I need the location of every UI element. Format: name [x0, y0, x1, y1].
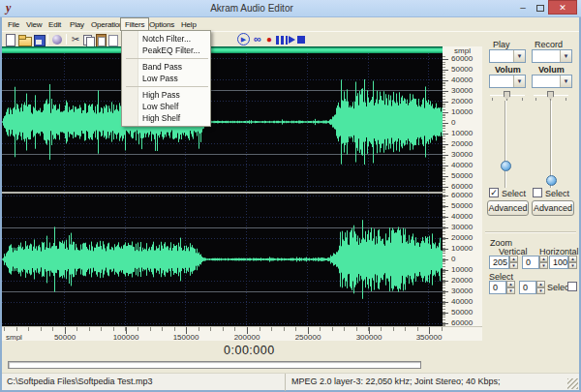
stop-icon[interactable]: [294, 33, 308, 46]
seek-bar[interactable]: [8, 361, 421, 369]
cut-icon[interactable]: ✂: [69, 33, 82, 46]
waveform-overview-bar[interactable]: [2, 46, 443, 53]
spinner-value[interactable]: 205: [489, 256, 509, 269]
spinner-value[interactable]: 0: [519, 281, 536, 294]
save-icon[interactable]: [32, 33, 46, 46]
filters-dropdown-menu: Notch Filter...PeakEQ Filter...Band Pass…: [121, 30, 211, 127]
record-volume-label: Volum: [538, 65, 565, 75]
ruler-tick: [443, 70, 448, 71]
open-folder-icon[interactable]: [17, 33, 31, 46]
select-end-spinner[interactable]: 0 ▲ ▼: [519, 281, 545, 294]
ruler-label: 50000: [451, 309, 473, 317]
play-volume-vslider[interactable]: [500, 101, 511, 188]
ruler-tick: [443, 227, 448, 228]
ruler-tick: [443, 123, 448, 124]
ruler-label: 50000: [451, 202, 473, 210]
ruler-label: 30000: [451, 224, 473, 231]
sphere-icon[interactable]: [50, 33, 64, 46]
spin-down-icon[interactable]: ▼: [568, 262, 577, 269]
play-volume-select[interactable]: ▼: [489, 75, 526, 88]
ruler-tick: [443, 313, 448, 314]
record-advanced-button[interactable]: Advanced: [532, 200, 574, 216]
record-device-select[interactable]: ▼: [532, 49, 572, 63]
spinner-value[interactable]: 0: [489, 281, 506, 294]
play-balance-slider[interactable]: [490, 90, 525, 101]
slider-thumb[interactable]: [546, 175, 557, 186]
slider-thumb[interactable]: [501, 161, 511, 171]
ruler-label: 40000: [451, 76, 473, 84]
ruler-tick: [443, 59, 448, 60]
menuitem-notch-filter[interactable]: Notch Filter...: [122, 33, 210, 45]
chevron-down-icon[interactable]: ▼: [513, 50, 525, 62]
record-volume-vslider[interactable]: [545, 101, 557, 188]
slider-thumb[interactable]: [547, 91, 554, 100]
menuitem-low-shelf[interactable]: Low Shelf: [122, 101, 210, 112]
ruler-tick: [443, 144, 448, 145]
chevron-down-icon[interactable]: ▼: [560, 75, 571, 87]
spinner-value[interactable]: 0: [522, 256, 539, 269]
record-section-label: Record: [535, 40, 563, 49]
play-volume-label: Volum: [495, 65, 521, 75]
maximize-button[interactable]: [533, 2, 548, 15]
spin-up-icon[interactable]: ▲: [539, 256, 548, 262]
window-title: Akram Audio Editor: [0, 3, 504, 14]
ruler-tick: [443, 80, 448, 81]
play-circle-icon[interactable]: ▶: [237, 33, 250, 45]
ruler-label: 20000: [451, 277, 473, 285]
spin-down-icon[interactable]: ▼: [539, 262, 548, 269]
ruler-label: 30000: [451, 151, 473, 159]
spinner-value[interactable]: 100: [549, 256, 568, 269]
record-volume-select[interactable]: ▼: [532, 75, 572, 88]
ruler-tick: [443, 217, 448, 218]
spin-up-icon[interactable]: ▲: [506, 281, 515, 287]
close-button[interactable]: ✕: [548, 0, 577, 15]
select-group-checkbox[interactable]: [567, 282, 577, 291]
record-select-label: Select: [545, 189, 569, 198]
chevron-down-icon[interactable]: ▼: [513, 75, 525, 87]
panel-separator: [485, 231, 576, 233]
copy-icon[interactable]: [81, 33, 95, 46]
slider-thumb[interactable]: [504, 91, 510, 100]
spin-up-icon[interactable]: ▲: [509, 256, 518, 262]
ruler-label: 20000: [451, 98, 473, 106]
paste-icon[interactable]: [94, 33, 107, 46]
menuitem-peakeq-filter[interactable]: PeakEQ Filter...: [122, 45, 210, 56]
spin-down-icon[interactable]: ▼: [509, 262, 518, 269]
titlebar[interactable]: y Akram Audio Editor – ✕: [0, 0, 581, 17]
select-start-spinner[interactable]: 0 ▲ ▼: [489, 281, 515, 294]
ruler-label: 50000: [451, 66, 473, 74]
horizontal-ruler: smpl 50000100000150000200000250000300000…: [2, 326, 482, 341]
history-icon[interactable]: [107, 33, 120, 46]
resize-grip[interactable]: [567, 378, 578, 389]
chevron-down-icon[interactable]: ▼: [560, 50, 571, 62]
play-advanced-button[interactable]: Advanced: [487, 200, 529, 216]
menuitem-low-pass[interactable]: Low Pass: [122, 73, 210, 84]
menuitem-high-shelf[interactable]: High Shelf: [122, 112, 210, 124]
record-select-checkbox[interactable]: [533, 188, 542, 197]
spin-down-icon[interactable]: ▼: [536, 287, 545, 294]
slider-tick: [492, 98, 493, 101]
waveform-channel-1[interactable]: [2, 53, 443, 192]
ruler-label: 0: [451, 256, 455, 263]
waveform-channel-2[interactable]: [2, 194, 443, 326]
minimize-button[interactable]: –: [515, 2, 531, 15]
ruler-label: 10000: [451, 108, 473, 116]
spin-down-icon[interactable]: ▼: [506, 287, 515, 294]
spin-up-icon[interactable]: ▲: [568, 256, 577, 262]
slider-tick: [566, 98, 566, 101]
play-device-select[interactable]: ▼: [489, 49, 526, 63]
zoom-vertical-spinner[interactable]: 205 ▲ ▼: [489, 256, 518, 269]
menuitem-band-pass[interactable]: Band Pass: [122, 61, 210, 73]
play-select-checkbox[interactable]: ✓: [489, 188, 499, 197]
menu-file[interactable]: File: [4, 18, 23, 31]
new-file-icon[interactable]: [3, 33, 16, 46]
menu-edit[interactable]: Edit: [45, 18, 65, 31]
record-balance-slider[interactable]: [534, 90, 568, 101]
spin-up-icon[interactable]: ▲: [536, 281, 545, 287]
menuitem-high-pass[interactable]: High Pass: [122, 89, 210, 101]
menu-view[interactable]: View: [22, 18, 46, 31]
zoom-mid-spinner[interactable]: 0 ▲ ▼: [522, 256, 548, 269]
zoom-horizontal-spinner[interactable]: 100 ▲ ▼: [549, 256, 577, 269]
ruler-label: 10000: [451, 130, 473, 137]
menu-play[interactable]: Play: [66, 18, 88, 31]
